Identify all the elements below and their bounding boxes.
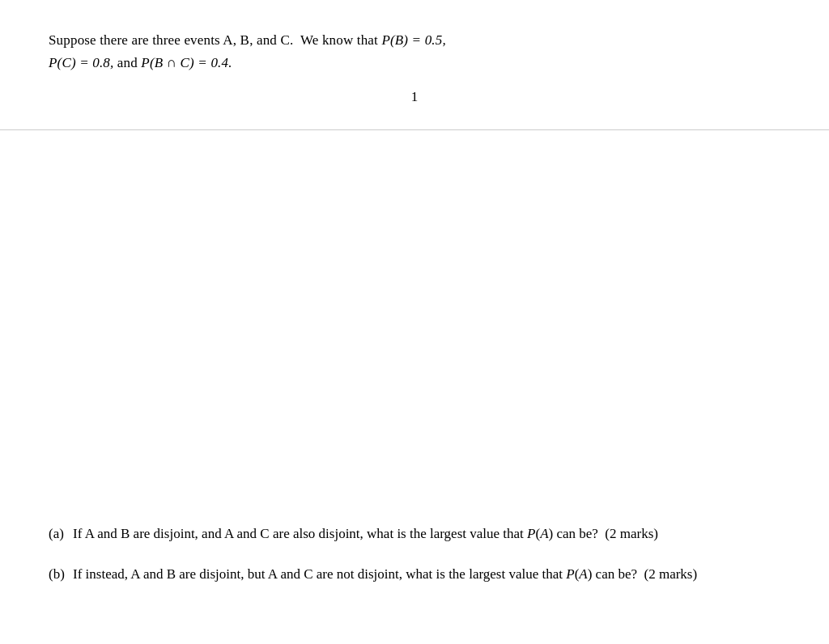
part-a-content: If A and B are disjoint, and A and C are… — [73, 523, 780, 545]
pb-expression: P(B) = 0.5, — [381, 32, 445, 48]
part-a-label: (a) — [49, 523, 73, 545]
page-number: 1 — [411, 89, 419, 105]
bottom-section: (a) If A and B are disjoint, and A and C… — [0, 130, 829, 644]
pbc-expression: P(B ∩ C) = 0.4. — [141, 55, 232, 70]
page-container: Suppose there are three events A, B, and… — [0, 0, 829, 644]
part-b-content: If instead, A and B are disjoint, but A … — [73, 563, 780, 586]
page-number-area: 1 — [49, 74, 780, 113]
pc-expression: P(C) = 0.8, — [49, 55, 113, 70]
part-a: (a) If A and B are disjoint, and A and C… — [49, 523, 780, 545]
part-b-label: (b) — [49, 563, 73, 586]
problem-statement: Suppose there are three events A, B, and… — [49, 29, 780, 74]
part-b: (b) If instead, A and B are disjoint, bu… — [49, 563, 780, 586]
top-section: Suppose there are three events A, B, and… — [0, 0, 829, 129]
